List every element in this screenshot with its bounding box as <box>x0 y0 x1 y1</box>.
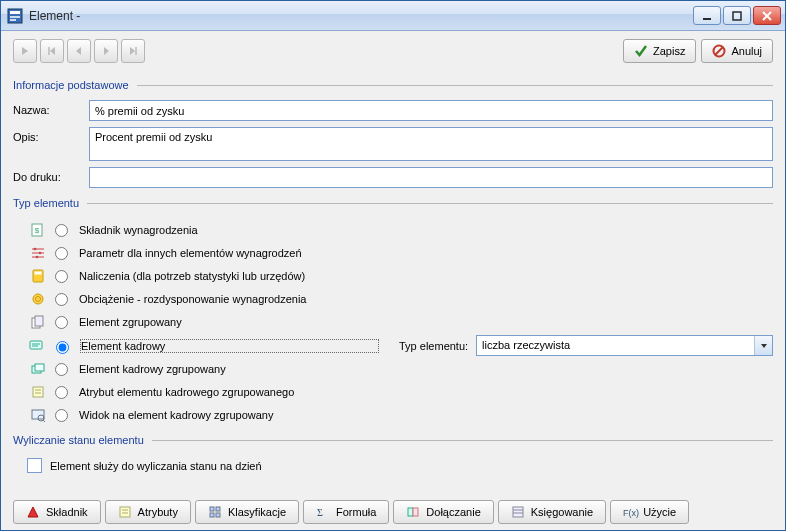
skladnik-icon <box>26 505 40 519</box>
radio-skladnik-wynagrodzenia[interactable] <box>55 224 68 237</box>
minimize-button[interactable] <box>693 6 721 25</box>
calc-checkbox[interactable] <box>27 458 42 473</box>
dolaczanie-icon <box>406 505 420 519</box>
svg-rect-31 <box>30 341 42 349</box>
section-basic-title: Informacje podstawowe <box>13 79 129 91</box>
tab-label-atrybuty: Atrybuty <box>138 506 178 518</box>
nav-last-button[interactable] <box>121 39 145 63</box>
svg-marker-43 <box>28 507 38 517</box>
radio-widok-kadrowy-zgrupowany[interactable] <box>55 409 68 422</box>
content-area: Zapisz Anuluj Informacje podstawowe Nazw… <box>1 31 785 530</box>
svg-rect-37 <box>33 387 43 397</box>
svg-rect-26 <box>35 272 42 275</box>
radio-label-obciazenie: Obciążenie - rozdysponowanie wynagrodzen… <box>79 293 306 305</box>
name-label: Nazwa: <box>13 100 89 116</box>
svg-marker-13 <box>130 47 135 55</box>
svg-rect-50 <box>216 513 220 517</box>
chevron-down-icon[interactable] <box>754 336 772 355</box>
svg-rect-3 <box>10 19 16 21</box>
nav-first-button[interactable] <box>40 39 64 63</box>
check-icon <box>634 44 648 58</box>
desc-label: Opis: <box>13 127 89 143</box>
svg-marker-11 <box>76 47 81 55</box>
radio-label-skladnik-wynagrodzenia: Składnik wynagrodzenia <box>79 224 198 236</box>
section-type-header: Typ elementu <box>13 197 773 209</box>
app-icon <box>7 8 23 24</box>
doc-money-icon: $ <box>29 223 47 237</box>
ksiegowanie-icon <box>511 505 525 519</box>
cancel-button[interactable]: Anuluj <box>701 39 773 63</box>
titlebar[interactable]: Element - <box>1 1 785 31</box>
view-icon <box>29 408 47 422</box>
radio-label-widok-kadrowy-zgrupowany: Widok na element kadrowy zgrupowany <box>79 409 273 421</box>
svg-marker-12 <box>104 47 109 55</box>
group-doc-icon <box>29 315 47 329</box>
tab-uzycie[interactable]: F(x)Użycie <box>610 500 689 524</box>
name-input[interactable] <box>89 100 773 121</box>
atrybuty-icon <box>118 505 132 519</box>
radio-label-atrybut-kadrowy-zgrupowany: Atrybut elementu kadrowego zgrupowanego <box>79 386 294 398</box>
svg-rect-49 <box>210 513 214 517</box>
svg-rect-30 <box>35 316 43 326</box>
section-calc-title: Wyliczanie stanu elementu <box>13 434 144 446</box>
tab-klasyfikacje[interactable]: Klasyfikacje <box>195 500 299 524</box>
svg-rect-36 <box>35 364 44 371</box>
type-combo-value: liczba rzeczywista <box>477 336 754 355</box>
radio-element-kadrowy-zgrupowany[interactable] <box>55 363 68 376</box>
uzycie-icon: F(x) <box>623 505 637 519</box>
type-combo[interactable]: liczba rzeczywista <box>476 335 773 356</box>
calc-checkbox-label: Element służy do wyliczania stanu na dzi… <box>50 460 262 472</box>
section-basic-header: Informacje podstawowe <box>13 79 773 91</box>
radio-parametr-innych[interactable] <box>55 247 68 260</box>
save-button[interactable]: Zapisz <box>623 39 696 63</box>
nav-prev-button[interactable] <box>67 39 91 63</box>
tab-ksiegowanie[interactable]: Księgowanie <box>498 500 606 524</box>
window-frame: Element - Zapisz Anuluj <box>0 0 786 531</box>
group-card-icon <box>29 362 47 376</box>
svg-marker-8 <box>22 47 28 55</box>
svg-rect-5 <box>733 12 741 20</box>
tab-formula[interactable]: ΣFormuła <box>303 500 389 524</box>
radio-element-kadrowy[interactable] <box>56 341 69 354</box>
radio-naliczenia[interactable] <box>55 270 68 283</box>
svg-rect-47 <box>210 507 214 511</box>
svg-rect-44 <box>120 507 130 517</box>
bottom-tabs: SkładnikAtrybutyKlasyfikacjeΣFormułaDołą… <box>13 490 773 524</box>
tab-skladnik[interactable]: Składnik <box>13 500 101 524</box>
radio-atrybut-kadrowy-zgrupowany[interactable] <box>55 386 68 399</box>
tab-label-klasyfikacje: Klasyfikacje <box>228 506 286 518</box>
svg-text:$: $ <box>35 226 40 235</box>
radio-element-zgrupowany[interactable] <box>55 316 68 329</box>
svg-rect-52 <box>408 508 413 516</box>
tab-dolaczanie[interactable]: Dołączanie <box>393 500 493 524</box>
tab-label-ksiegowanie: Księgowanie <box>531 506 593 518</box>
svg-point-23 <box>39 252 42 255</box>
attrib-icon <box>29 385 47 399</box>
toolbar: Zapisz Anuluj <box>13 39 773 63</box>
svg-line-16 <box>715 47 723 55</box>
radio-label-parametr-innych: Parametr dla innych elementów wynagrodze… <box>79 247 302 259</box>
maximize-button[interactable] <box>723 6 751 25</box>
svg-rect-53 <box>413 508 418 516</box>
tab-label-uzycie: Użycie <box>643 506 676 518</box>
svg-point-24 <box>36 256 39 259</box>
svg-line-42 <box>43 420 45 422</box>
save-label: Zapisz <box>653 45 685 57</box>
radio-obciazenie[interactable] <box>55 293 68 306</box>
tab-atrybuty[interactable]: Atrybuty <box>105 500 191 524</box>
svg-rect-48 <box>216 507 220 511</box>
radio-label-element-zgrupowany: Element zgrupowany <box>79 316 182 328</box>
svg-point-22 <box>34 248 37 251</box>
svg-text:Σ: Σ <box>317 507 323 518</box>
formula-icon: Σ <box>316 505 330 519</box>
svg-marker-34 <box>761 344 767 348</box>
tab-label-dolaczanie: Dołączanie <box>426 506 480 518</box>
radio-label-element-kadrowy: Element kadrowy <box>81 340 165 352</box>
tab-label-formula: Formuła <box>336 506 376 518</box>
nav-play-button[interactable] <box>13 39 37 63</box>
close-button[interactable] <box>753 6 781 25</box>
print-input[interactable] <box>89 167 773 188</box>
svg-rect-54 <box>513 507 523 517</box>
nav-next-button[interactable] <box>94 39 118 63</box>
desc-input[interactable] <box>89 127 773 161</box>
